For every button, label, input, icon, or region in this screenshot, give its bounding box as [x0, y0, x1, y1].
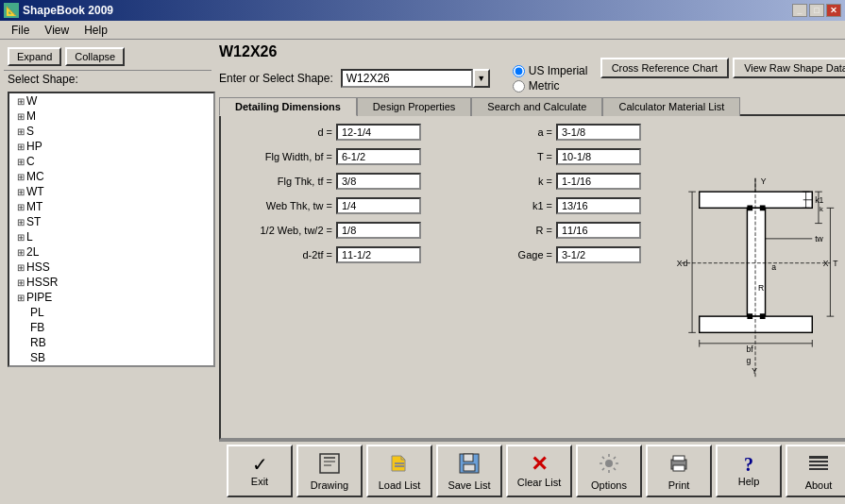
tree-item-HP[interactable]: ⊞ HP [9, 139, 213, 154]
app-icon: 📐 [4, 3, 19, 18]
field-row-bf: Flg Width, bf = [228, 148, 433, 165]
about-button[interactable]: About [786, 445, 845, 497]
print-icon [668, 452, 690, 478]
load-list-button[interactable]: Load List [366, 445, 432, 497]
svg-text:Y: Y [752, 366, 757, 376]
tree-item-FB[interactable]: FB [9, 320, 213, 335]
field-row-R: R = [448, 222, 653, 239]
tree-item-2L[interactable]: ⊞ 2L [9, 244, 213, 260]
close-button[interactable]: ✕ [826, 4, 841, 17]
help-icon: ? [744, 455, 753, 474]
tree-item-WT[interactable]: ⊞ WT [9, 184, 213, 199]
collapse-button[interactable]: Collapse [65, 47, 125, 66]
tree-item-C[interactable]: ⊞ C [9, 154, 213, 169]
view-raw-button[interactable]: View Raw Shape Data [733, 58, 845, 78]
tree-item-W[interactable]: ⊞ W [9, 93, 213, 109]
expand-icon-HSSR: ⊞ [17, 277, 25, 288]
minimize-button[interactable]: _ [792, 4, 807, 17]
field-label-k: k = [448, 176, 552, 187]
maximize-button[interactable]: □ [809, 4, 824, 17]
tree-item-S[interactable]: ⊞ S [9, 124, 213, 139]
tab-detailing[interactable]: Detailing Dimensions [219, 97, 357, 116]
expand-icon-C: ⊞ [17, 157, 25, 167]
field-input-tf[interactable] [336, 173, 421, 190]
field-row-T: T = [448, 148, 653, 165]
menu-view[interactable]: View [37, 22, 76, 39]
save-list-icon [458, 452, 481, 478]
svg-rect-0 [699, 192, 812, 208]
tree-item-M[interactable]: ⊞ M [9, 109, 213, 124]
tree-item-SB[interactable]: SB [9, 350, 213, 365]
shape-combo-input[interactable] [341, 69, 473, 88]
tree-item-HSS[interactable]: ⊞ HSS [9, 260, 213, 275]
field-input-R[interactable] [556, 222, 641, 239]
tree-label-RB: RB [30, 336, 46, 349]
expand-icon-MT: ⊞ [17, 202, 25, 212]
combo-dropdown-button[interactable]: ▼ [473, 69, 490, 88]
menu-help[interactable]: Help [76, 22, 115, 39]
tree-label-W: W [26, 94, 37, 108]
field-input-T[interactable] [556, 148, 641, 165]
exit-label: Exit [251, 476, 268, 487]
tree-item-PIPE[interactable]: ⊞ PIPE [9, 290, 213, 305]
field-input-d[interactable] [336, 124, 421, 141]
print-button[interactable]: Print [646, 445, 712, 497]
about-icon [807, 452, 830, 478]
header-buttons: Cross Reference Chart View Raw Shape Dat… [600, 58, 845, 78]
clear-list-button[interactable]: ✕ Clear List [506, 445, 572, 497]
field-input-tw[interactable] [336, 197, 421, 214]
drawing-button[interactable]: Drawing [296, 445, 363, 497]
tab-calculator[interactable]: Calculator Material List [602, 97, 740, 116]
field-input-bf[interactable] [336, 148, 421, 165]
field-input-k[interactable] [556, 173, 641, 190]
radio-us-label: US Imperial [529, 64, 588, 77]
options-button[interactable]: Options [576, 445, 642, 497]
field-label-tw2: 1/2 Web, tw/2 = [228, 225, 332, 236]
print-label: Print [668, 479, 690, 491]
field-row-a: a = [448, 124, 653, 141]
save-list-button[interactable]: Save List [436, 445, 502, 497]
tree-label-PL: PL [30, 306, 44, 319]
tree-header: Expand Collapse [4, 43, 211, 71]
right-panel: W12X26 Enter or Select Shape: ▼ US Imper… [215, 40, 845, 504]
cross-reference-button[interactable]: Cross Reference Chart [600, 58, 730, 78]
enter-select-label: Enter or Select Shape: [219, 72, 333, 85]
header-row: W12X26 Enter or Select Shape: ▼ US Imper… [219, 43, 845, 92]
tree-item-L[interactable]: ⊞ L [9, 229, 213, 244]
radio-us-imperial[interactable]: US Imperial [513, 64, 588, 77]
field-input-k1[interactable] [556, 197, 641, 214]
tree-label-PIPE: PIPE [26, 291, 52, 304]
drawing-icon [318, 452, 341, 478]
tree-item-MT[interactable]: ⊞ MT [9, 199, 213, 214]
exit-button[interactable]: ✓ Exit [227, 445, 293, 497]
about-label: About [805, 479, 833, 491]
svg-rect-52 [673, 456, 684, 461]
tree-item-MC[interactable]: ⊞ MC [9, 169, 213, 184]
radio-metric[interactable]: Metric [513, 79, 588, 92]
field-label-k1: k1 = [448, 200, 552, 211]
menu-file[interactable]: File [4, 22, 37, 39]
expand-button[interactable]: Expand [8, 47, 61, 66]
help-button[interactable]: ? Help [716, 445, 782, 497]
svg-rect-39 [759, 313, 765, 319]
svg-rect-47 [464, 454, 473, 462]
field-row-tw: Web Thk, tw = [228, 197, 433, 214]
select-shape-label: Select Shape: [4, 71, 211, 88]
tab-search[interactable]: Search and Calculate [471, 97, 602, 116]
tree-item-RB[interactable]: RB [9, 335, 213, 350]
field-row-d2tf: d-2tf = [228, 246, 433, 263]
main-content: Expand Collapse Select Shape: ⊞ W ⊞ M ⊞ … [0, 40, 845, 504]
field-input-d2tf[interactable] [336, 246, 421, 263]
field-input-gage[interactable] [556, 246, 641, 263]
svg-rect-48 [464, 464, 475, 471]
field-input-a[interactable] [556, 124, 641, 141]
svg-text:bf: bf [746, 344, 753, 354]
expand-icon-2L: ⊞ [17, 247, 25, 258]
tree-item-ST[interactable]: ⊞ ST [9, 214, 213, 229]
tree-item-PL[interactable]: PL [9, 305, 213, 320]
field-input-tw2[interactable] [336, 222, 421, 239]
svg-text:g: g [746, 355, 751, 364]
tab-design[interactable]: Design Properties [357, 97, 471, 116]
tree-item-HSSR[interactable]: ⊞ HSSR [9, 275, 213, 290]
tree-label-L: L [26, 230, 33, 244]
